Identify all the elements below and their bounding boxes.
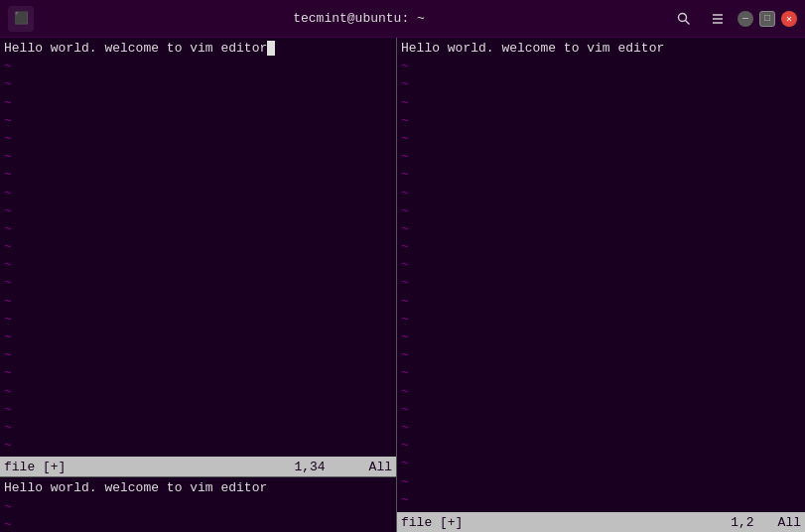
tilde-4: ~ xyxy=(4,112,392,130)
left-bottom-content[interactable]: Hello world. welcome to vim editor ~ ~ ~… xyxy=(0,477,396,532)
tilde-7: ~ xyxy=(4,166,392,184)
r-tilde-8: ~ xyxy=(401,185,801,202)
tilde-11: ~ xyxy=(4,238,392,256)
r-tilde-11: ~ xyxy=(401,238,801,256)
terminal-area: Hello world. welcome to vim editor ~ ~ ~… xyxy=(0,38,805,532)
menu-button[interactable] xyxy=(704,5,732,33)
right-pane[interactable]: Hello world. welcome to vim editor ~ ~ ~… xyxy=(397,38,805,532)
r-tilde-23: ~ xyxy=(401,455,801,472)
left-top-status-scroll: All xyxy=(369,460,392,474)
tilde-12: ~ xyxy=(4,256,392,274)
r-tilde-6: ~ xyxy=(401,148,801,166)
tilde-3: ~ xyxy=(4,94,392,112)
tilde-22: ~ xyxy=(4,437,392,455)
window-title: tecmint@ubuntu: ~ xyxy=(48,11,670,26)
tilde-21: ~ xyxy=(4,419,392,437)
left-top-pane[interactable]: Hello world. welcome to vim editor ~ ~ ~… xyxy=(0,38,396,476)
left-top-status-pos: 1,34 xyxy=(294,460,325,474)
close-button[interactable]: ✕ xyxy=(781,11,797,27)
right-status-scroll: All xyxy=(778,515,801,530)
r-tilde-10: ~ xyxy=(401,220,801,238)
search-button[interactable] xyxy=(670,5,698,33)
minimize-button[interactable]: — xyxy=(738,11,753,27)
r-tilde-24: ~ xyxy=(401,473,801,491)
cursor xyxy=(267,41,275,56)
lb-tilde-1: ~ xyxy=(4,498,392,516)
left-column: Hello world. welcome to vim editor ~ ~ ~… xyxy=(0,38,397,532)
r-tilde-2: ~ xyxy=(401,75,801,93)
r-tilde-20: ~ xyxy=(401,401,801,419)
maximize-button[interactable]: □ xyxy=(759,11,775,27)
right-content[interactable]: Hello world. welcome to vim editor ~ ~ ~… xyxy=(397,38,805,512)
r-tilde-17: ~ xyxy=(401,346,801,364)
left-top-statusbar: file [+] 1,34 All xyxy=(0,457,396,476)
r-tilde-19: ~ xyxy=(401,383,801,401)
titlebar: ⬛ tecmint@ubuntu: ~ — □ ✕ xyxy=(0,0,805,38)
left-bottom-line1: Hello world. welcome to vim editor xyxy=(4,479,392,497)
r-tilde-5: ~ xyxy=(401,130,801,148)
tilde-6: ~ xyxy=(4,148,392,166)
tilde-5: ~ xyxy=(4,130,392,148)
right-line1: Hello world. welcome to vim editor xyxy=(401,40,801,58)
r-tilde-21: ~ xyxy=(401,419,801,437)
left-top-line1: Hello world. welcome to vim editor xyxy=(4,40,392,58)
tilde-14: ~ xyxy=(4,293,392,311)
r-tilde-15: ~ xyxy=(401,311,801,329)
tilde-15: ~ xyxy=(4,311,392,329)
tilde-8: ~ xyxy=(4,185,392,202)
r-tilde-3: ~ xyxy=(401,94,801,112)
r-tilde-16: ~ xyxy=(401,329,801,346)
r-tilde-9: ~ xyxy=(401,202,801,220)
titlebar-left: ⬛ xyxy=(8,6,48,32)
tilde-13: ~ xyxy=(4,274,392,292)
right-status-filename: file [+] xyxy=(401,515,731,530)
tilde-1: ~ xyxy=(4,58,392,75)
tilde-20: ~ xyxy=(4,401,392,419)
r-tilde-12: ~ xyxy=(401,256,801,274)
r-tilde-25: ~ xyxy=(401,491,801,509)
r-tilde-1: ~ xyxy=(401,58,801,75)
tilde-9: ~ xyxy=(4,202,392,220)
tilde-19: ~ xyxy=(4,383,392,401)
tilde-10: ~ xyxy=(4,220,392,238)
lb-tilde-2: ~ xyxy=(4,516,392,532)
left-top-status-filename: file [+] xyxy=(4,460,294,474)
r-tilde-13: ~ xyxy=(401,274,801,292)
r-tilde-18: ~ xyxy=(401,364,801,382)
tilde-16: ~ xyxy=(4,329,392,346)
tilde-18: ~ xyxy=(4,364,392,382)
right-statusbar: file [+] 1,2 All xyxy=(397,512,805,532)
svg-line-1 xyxy=(686,20,690,24)
right-status-pos: 1,2 xyxy=(731,515,753,530)
terminal-icon: ⬛ xyxy=(8,6,34,32)
r-tilde-4: ~ xyxy=(401,112,801,130)
tilde-17: ~ xyxy=(4,346,392,364)
r-tilde-7: ~ xyxy=(401,166,801,184)
left-top-content[interactable]: Hello world. welcome to vim editor ~ ~ ~… xyxy=(0,38,396,457)
titlebar-controls: — □ ✕ xyxy=(670,5,797,33)
tilde-2: ~ xyxy=(4,75,392,93)
r-tilde-22: ~ xyxy=(401,437,801,455)
left-bottom-pane[interactable]: Hello world. welcome to vim editor ~ ~ ~… xyxy=(0,476,396,532)
r-tilde-14: ~ xyxy=(401,293,801,311)
